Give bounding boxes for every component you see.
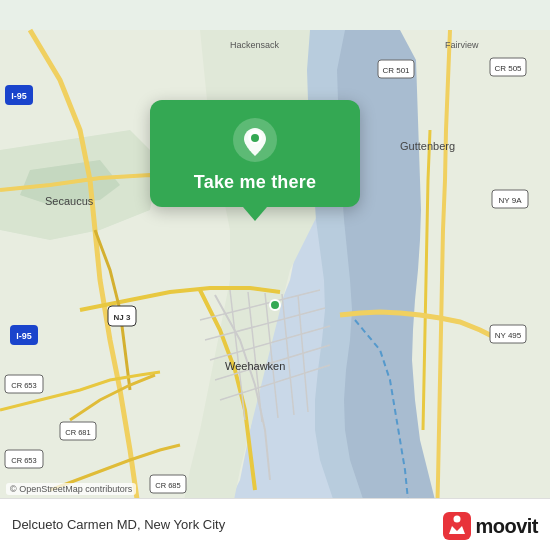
svg-text:CR 505: CR 505 — [494, 64, 522, 73]
take-me-there-button[interactable]: Take me there — [194, 172, 316, 193]
svg-text:NY 495: NY 495 — [495, 331, 522, 340]
moovit-logo: moovit — [443, 512, 538, 540]
svg-text:Guttenberg: Guttenberg — [400, 140, 455, 152]
osm-attribution: © OpenStreetMap contributors — [6, 483, 136, 495]
svg-text:Fairview: Fairview — [445, 40, 479, 50]
svg-text:CR 653: CR 653 — [11, 456, 36, 465]
bottom-bar: Delcueto Carmen MD, New York City moovit — [0, 498, 550, 550]
svg-text:CR 681: CR 681 — [65, 428, 90, 437]
svg-text:CR 685: CR 685 — [155, 481, 180, 490]
svg-text:Weehawken: Weehawken — [225, 360, 285, 372]
svg-text:I-95: I-95 — [16, 331, 32, 341]
location-label: Delcueto Carmen MD, New York City — [12, 517, 225, 532]
svg-text:NJ 3: NJ 3 — [114, 313, 131, 322]
location-pin-icon — [233, 118, 277, 162]
take-me-there-card[interactable]: Take me there — [150, 100, 360, 207]
svg-point-50 — [454, 516, 461, 523]
svg-text:Hackensack: Hackensack — [230, 40, 280, 50]
svg-text:CR 501: CR 501 — [382, 66, 410, 75]
svg-point-45 — [270, 300, 280, 310]
svg-text:CR 653: CR 653 — [11, 381, 36, 390]
map-svg: I-95 I-95 NJ 3 CR 501 CR 505 NY 9A NY 49… — [0, 0, 550, 550]
svg-marker-7 — [400, 30, 550, 520]
moovit-brand-text: moovit — [475, 515, 538, 538]
svg-text:Secaucus: Secaucus — [45, 195, 94, 207]
svg-point-48 — [251, 134, 259, 142]
moovit-icon — [443, 512, 471, 540]
svg-text:NY 9A: NY 9A — [499, 196, 523, 205]
svg-text:I-95: I-95 — [11, 91, 27, 101]
map-container: I-95 I-95 NJ 3 CR 501 CR 505 NY 9A NY 49… — [0, 0, 550, 550]
